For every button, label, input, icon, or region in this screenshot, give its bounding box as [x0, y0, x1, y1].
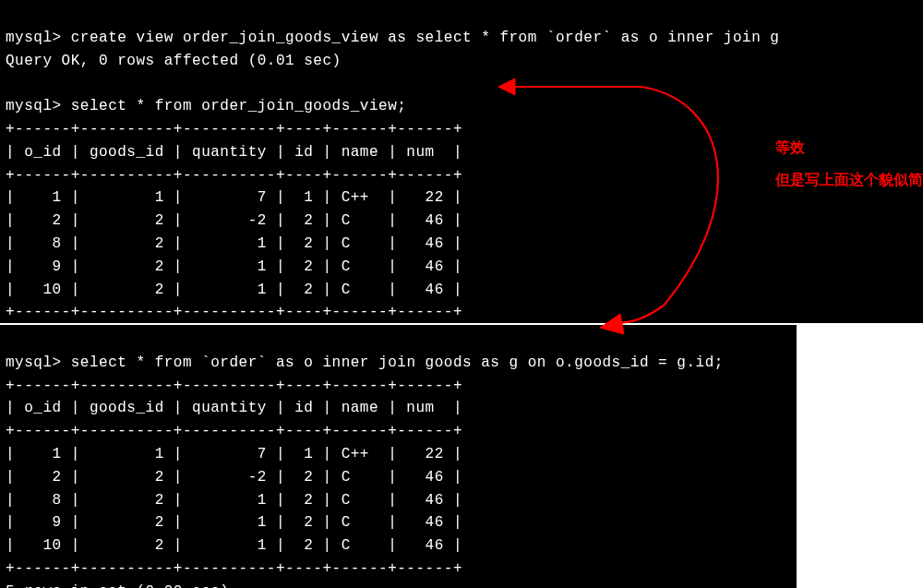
- table-border: +------+----------+----------+----+-----…: [6, 304, 462, 320]
- prompt-line: mysql> create view order_join_goods_view…: [6, 30, 779, 46]
- prompt-line: mysql> select * from `order` as o inner …: [6, 354, 724, 371]
- blank-line: [6, 75, 15, 91]
- annotation-equivalent: 等效: [775, 138, 805, 158]
- table-border: +------+----------+----------+----+-----…: [6, 423, 462, 439]
- terminal-top[interactable]: mysql> create view order_join_goods_view…: [0, 0, 923, 323]
- mysql-prompt: mysql>: [6, 354, 62, 371]
- terminal-bottom[interactable]: mysql> select * from `order` as o inner …: [0, 325, 797, 588]
- table-row: | 10 | 2 | 1 | 2 | C | 46 |: [6, 537, 462, 554]
- mysql-prompt: mysql>: [6, 98, 62, 114]
- table-row: | 9 | 2 | 1 | 2 | C | 46 |: [6, 514, 462, 531]
- table-row: | 2 | 2 | -2 | 2 | C | 46 |: [6, 212, 462, 229]
- table-row: | 1 | 1 | 7 | 1 | C++ | 22 |: [6, 189, 462, 206]
- query-ok-line: Query OK, 0 rows affected (0.01 sec): [6, 53, 342, 69]
- rows-in-set: 5 rows in set (0.00 sec): [6, 583, 229, 588]
- create-view-command: create view order_join_goods_view as sel…: [71, 30, 780, 46]
- table-row: | 8 | 2 | 1 | 2 | C | 46 |: [6, 235, 462, 252]
- table-border: +------+----------+----------+----+-----…: [6, 378, 462, 394]
- select-join-command: select * from `order` as o inner join go…: [71, 354, 724, 371]
- table-border: +------+----------+----------+----+-----…: [6, 167, 462, 184]
- table-row: | 9 | 2 | 1 | 2 | C | 46 |: [6, 258, 462, 275]
- table-header: | o_id | goods_id | quantity | id | name…: [6, 144, 462, 161]
- table-border: +------+----------+----------+----+-----…: [6, 121, 462, 138]
- table-border: +------+----------+----------+----+-----…: [6, 560, 462, 577]
- table-row: | 1 | 1 | 7 | 1 | C++ | 22 |: [6, 446, 462, 462]
- select-view-command: select * from order_join_goods_view;: [71, 98, 407, 114]
- annotation-note: 但是写上面这个貌似简: [775, 171, 923, 190]
- table-row: | 10 | 2 | 1 | 2 | C | 46 |: [6, 282, 462, 298]
- table-row: | 8 | 2 | 1 | 2 | C | 46 |: [6, 492, 462, 509]
- mysql-prompt: mysql>: [6, 30, 62, 46]
- table-header: | o_id | goods_id | quantity | id | name…: [6, 400, 462, 416]
- prompt-line: mysql> select * from order_join_goods_vi…: [6, 98, 406, 114]
- table-row: | 2 | 2 | -2 | 2 | C | 46 |: [6, 469, 462, 486]
